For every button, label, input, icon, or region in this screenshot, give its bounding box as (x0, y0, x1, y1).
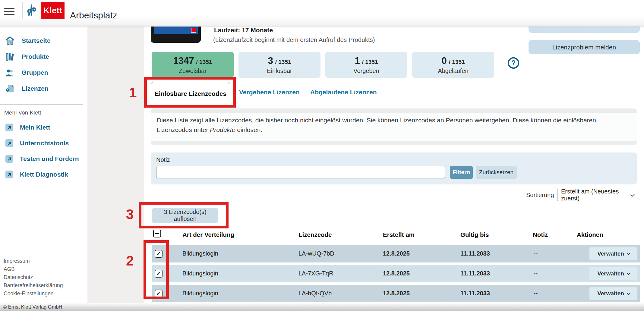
cell-art-der-verteilung: Bildungslogin (182, 290, 218, 297)
table-row: ✓ Bildungslogin LA-wUQ-7bD 12.8.2025 11.… (152, 245, 640, 262)
row-checkbox[interactable]: ✓ (155, 250, 163, 258)
stat-label: Abgelaufen (438, 68, 468, 74)
sidebar-item-label: Mein Klett (20, 124, 50, 131)
cell-erstellt-am: 12.8.2025 (383, 270, 410, 277)
cell-gueltig-bis: 11.11.2033 (460, 250, 490, 257)
sidebar-item-gruppen[interactable]: Gruppen (0, 64, 87, 80)
link-cookie-einstellungen[interactable]: Cookie-Einstellungen (4, 290, 63, 298)
stat-value: 1 (355, 55, 360, 66)
tab-vergebene-lizenzen[interactable]: Vergebene Lizenzen (239, 89, 300, 96)
cell-lizenzcode: LA-wUQ-7bD (298, 250, 334, 257)
tab-description-panel: Diese Liste zeigt alle Lizenzcodes, die … (151, 108, 637, 145)
klett-wordmark: Klett (41, 2, 65, 19)
cell-lizenzcode: LA-bQf-QVb (298, 290, 332, 297)
panel-edge (151, 141, 637, 145)
stat-value: 1347 (173, 55, 194, 66)
filtern-button[interactable]: Filtern (450, 166, 473, 179)
arbeitsplatz-app: Klett Arbeitsplatz Startseite Produkte (0, 0, 644, 311)
annotation-step-2: 2 (126, 253, 134, 269)
klett-fleur-icon (22, 2, 41, 19)
product-cover-logo (191, 28, 196, 33)
help-icon[interactable]: ? (508, 57, 519, 69)
zuruecksetzen-button[interactable]: Zurücksetzen (476, 166, 517, 179)
stat-einloesbar: 3/ 1351 Einlösbar (238, 52, 320, 78)
sidebar-item-lizenzen[interactable]: Lizenzen (0, 80, 87, 96)
tab-einloesbare-lizenzcodes[interactable]: Einlösbare Lizenzcodes (151, 82, 230, 108)
chevron-down-icon (627, 252, 630, 255)
annotation-step-3: 3 (126, 206, 134, 222)
hamburger-menu-icon[interactable] (4, 8, 14, 16)
klett-logo[interactable]: Klett (22, 2, 65, 19)
top-header: Klett Arbeitsplatz (0, 0, 644, 27)
column-header-art-der-verteilung[interactable]: Art der Verteilung (182, 231, 234, 238)
legal-links: Impressum AGB Datenschutz Barrierefreihe… (4, 257, 63, 298)
column-header-lizenzcode[interactable]: Lizenzcode (298, 231, 332, 238)
external-link-icon (5, 171, 13, 178)
link-impressum[interactable]: Impressum (4, 257, 63, 265)
cell-erstellt-am: 12.8.2025 (383, 290, 410, 297)
verwalten-button[interactable]: Verwalten (589, 247, 637, 260)
license-duration-note: (Lizenzlaufzeit beginnt mit dem ersten A… (213, 36, 375, 43)
row-checkbox[interactable]: ✓ (155, 290, 163, 297)
page-footer: © Ernst Klett Verlag GmbH (0, 303, 644, 311)
sidebar-item-label: Startseite (22, 37, 51, 44)
sidebar-item-label: Testen und Fördern (20, 155, 79, 162)
sidebar-item-label: Klett Diagnostik (20, 171, 68, 178)
license-stats: 1347/ 1351 Zuweisbar 3/ 1351 Einlösbar 1… (152, 52, 494, 78)
column-header-notiz[interactable]: Notiz (533, 231, 548, 238)
stat-abgelaufen: 0/ 1351 Abgelaufen (412, 52, 494, 78)
page-title: Arbeitsplatz (70, 10, 117, 20)
link-datenschutz[interactable]: Datenschutz (4, 273, 63, 281)
report-problem-button[interactable]: Lizenzproblem melden (529, 40, 640, 54)
chevron-down-icon (627, 272, 630, 275)
notiz-input[interactable] (156, 166, 445, 178)
chevron-down-icon (630, 193, 635, 197)
external-link-icon (5, 124, 13, 131)
external-link-icon (5, 155, 13, 163)
stat-value: 0 (441, 55, 447, 66)
license-icon (5, 84, 15, 93)
cell-gueltig-bis: 11.11.2033 (460, 290, 490, 297)
sidebar-item-mein-klett[interactable]: Mein Klett (0, 120, 87, 135)
cell-erstellt-am: 12.8.2025 (383, 250, 410, 257)
verwalten-button[interactable]: Verwalten (589, 287, 637, 300)
table-row: ✓ Bildungslogin LA-bQf-QVb 12.8.2025 11.… (152, 285, 640, 302)
cell-notiz: -- (534, 290, 538, 297)
link-agb[interactable]: AGB (4, 265, 63, 273)
sidebar-item-klett-diagnostik[interactable]: Klett Diagnostik (0, 167, 87, 182)
column-header-gueltig-bis[interactable]: Gültig bis (460, 231, 489, 238)
sidebar-item-testen-und-foerdern[interactable]: Testen und Fördern (0, 151, 87, 167)
column-header-erstellt-am[interactable]: Erstellt am (383, 231, 415, 238)
sortierung-select[interactable]: Erstellt am (Neuestes zuerst) (557, 189, 637, 201)
stat-total: / 1351 (449, 59, 465, 65)
table-row: ✓ Bildungslogin LA-7XG-TqR 12.8.2025 11.… (152, 265, 640, 282)
product-cover-image (151, 27, 201, 43)
sidebar-item-label: Produkte (22, 53, 49, 60)
books-icon (5, 52, 15, 61)
filter-panel: Notiz Filtern Zurücksetzen (151, 152, 637, 184)
sidebar-divider (0, 104, 83, 105)
sortierung-label: Sortierung (526, 192, 554, 199)
sidebar-item-label: Gruppen (22, 69, 48, 76)
tab-description-text: Diese Liste zeigt alle Lizenzcodes, die … (151, 113, 637, 135)
panel-edge (151, 108, 637, 113)
sidebar-item-unterrichtstools[interactable]: Unterrichtstools (0, 135, 87, 151)
tab-abgelaufene-lizenzen[interactable]: Abgelaufene Lizenzen (310, 89, 377, 96)
stat-label: Zuweisbar (179, 68, 207, 74)
stat-value: 3 (268, 55, 273, 66)
stat-label: Einlösbar (267, 68, 292, 74)
cell-art-der-verteilung: Bildungslogin (182, 270, 218, 277)
annotation-step-1: 1 (129, 84, 137, 101)
stat-zuweisbar: 1347/ 1351 Zuweisbar (152, 52, 234, 78)
column-header-aktionen[interactable]: Aktionen (577, 231, 603, 238)
row-checkbox[interactable]: ✓ (155, 270, 163, 278)
partial-button[interactable] (529, 27, 640, 33)
sidebar-item-label: Lizenzen (22, 85, 49, 92)
sidebar-item-startseite[interactable]: Startseite (0, 33, 87, 49)
lizenzcodes-aufloesen-button[interactable]: 3 Lizenzcode(s) auflösen (152, 208, 218, 223)
sidebar-item-produkte[interactable]: Produkte (0, 49, 87, 64)
verwalten-button[interactable]: Verwalten (589, 267, 637, 280)
select-all-checkbox[interactable] (153, 230, 161, 237)
stat-total: / 1351 (275, 59, 291, 65)
link-barrierefreiheit[interactable]: Barrierefreiheitserklärung (4, 281, 63, 290)
